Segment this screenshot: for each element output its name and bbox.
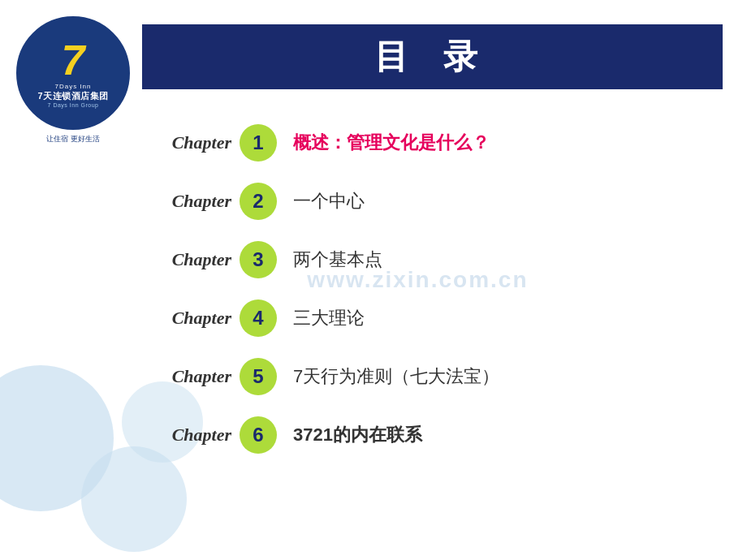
chapter-item-2: Chapter2一个中心: [142, 172, 723, 230]
chapter-title-1: 概述：管理文化是什么？: [293, 131, 490, 155]
logo-number: 7: [62, 39, 85, 81]
chapter-label-1: Chapter: [142, 132, 231, 153]
chapter-number-3: 3: [240, 241, 277, 278]
chapter-title-4: 三大理论: [293, 306, 365, 330]
chapter-label-3: Chapter: [142, 249, 231, 270]
chapter-list: Chapter1概述：管理文化是什么？Chapter2一个中心Chapter3两…: [142, 114, 723, 464]
chapter-label-4: Chapter: [142, 308, 231, 329]
chapter-item-1: Chapter1概述：管理文化是什么？: [142, 114, 723, 172]
header-banner: 目 录: [142, 24, 723, 89]
chapter-item-6: Chapter63721的内在联系: [142, 406, 723, 464]
chapter-title-5: 7天行为准则（七大法宝）: [293, 364, 499, 389]
logo-text-top: 7Days Inn: [54, 83, 91, 90]
logo: 7 7Days Inn 7天连锁酒店集团 7 Days Inn Group 让住…: [16, 16, 130, 130]
chapter-item-5: Chapter57天行为准则（七大法宝）: [142, 347, 723, 406]
logo-text-cn: 7天连锁酒店集团: [37, 90, 108, 102]
chapter-number-2: 2: [240, 183, 277, 220]
logo-circle: 7 7Days Inn 7天连锁酒店集团 7 Days Inn Group: [16, 16, 130, 130]
chapter-label-6: Chapter: [142, 424, 231, 446]
chapter-number-6: 6: [240, 416, 277, 454]
chapter-title-2: 一个中心: [293, 189, 365, 213]
chapter-item-3: Chapter3两个基本点: [142, 230, 723, 289]
logo-text-en: 7 Days Inn Group: [48, 102, 99, 108]
chapter-label-2: Chapter: [142, 191, 231, 212]
chapter-number-5: 5: [240, 358, 277, 395]
header-title: 目 录: [374, 34, 491, 80]
chapter-title-6: 3721的内在联系: [293, 423, 422, 447]
logo-tagline: 让住宿 更好生活: [16, 134, 130, 144]
chapter-label-5: Chapter: [142, 366, 231, 387]
chapter-item-4: Chapter4三大理论: [142, 289, 723, 347]
chapter-number-1: 1: [240, 124, 277, 162]
chapter-number-4: 4: [240, 299, 277, 337]
chapter-title-3: 两个基本点: [293, 248, 382, 272]
